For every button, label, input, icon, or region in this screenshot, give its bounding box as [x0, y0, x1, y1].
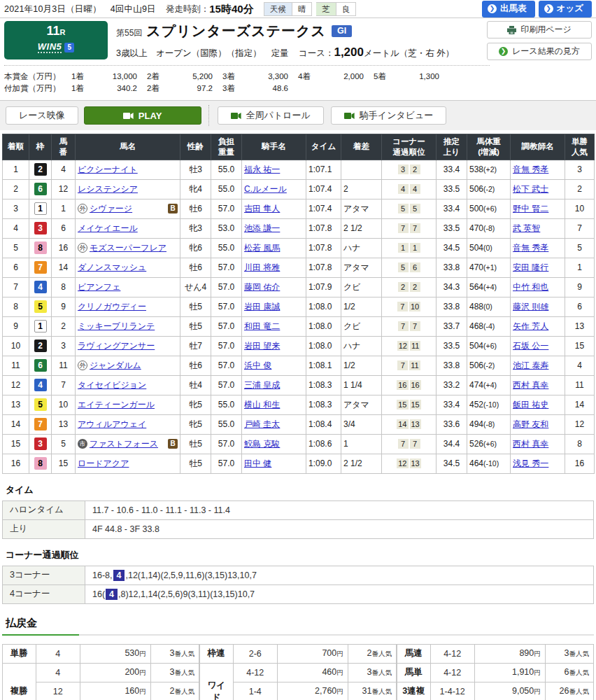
- corner-position: 10: [409, 302, 420, 312]
- frame-number: 1: [34, 202, 47, 215]
- payout-combination: 4-12: [430, 644, 474, 663]
- horse-number: 5: [52, 434, 76, 454]
- last-3f-time: 33.6: [437, 414, 467, 434]
- play-button[interactable]: PLAY: [84, 106, 201, 125]
- horse-name-link[interactable]: ファストフォース: [90, 438, 158, 450]
- jockey-interview-button[interactable]: 騎手インタビュー: [331, 106, 447, 125]
- odds-button[interactable]: ❯ オッズ: [539, 1, 592, 18]
- print-page-button[interactable]: 印刷用ページ: [487, 21, 592, 38]
- jockey-name-link[interactable]: 藤岡 佑介: [244, 282, 280, 292]
- racecard-button[interactable]: ❯ 出馬表: [482, 1, 535, 18]
- horse-name-link[interactable]: メイケイエール: [78, 223, 138, 234]
- jockey-name-link[interactable]: 岩田 望来: [244, 341, 280, 351]
- horse-name-link[interactable]: タイセイビジョン: [78, 379, 146, 391]
- horse-name-link[interactable]: ダノンスマッシュ: [78, 262, 146, 274]
- jockey-name-link[interactable]: 浜中 俊: [244, 360, 271, 370]
- trainer-name-link[interactable]: 西村 真幸: [513, 439, 548, 449]
- trainer-cell: 野中 賢二: [511, 199, 565, 218]
- frame-cell: 7: [29, 414, 52, 434]
- carried-weight: 55.0: [211, 395, 242, 414]
- trainer-name-link[interactable]: 武 英智: [513, 223, 540, 233]
- jockey-cell: C.ルメール: [242, 179, 306, 199]
- horse-name-link[interactable]: クリノガウディー: [78, 301, 146, 313]
- race-video-button[interactable]: レース映像: [6, 106, 78, 125]
- payout-amount-value: 200: [125, 667, 139, 677]
- trainer-name-link[interactable]: 池江 泰寿: [513, 360, 548, 370]
- payout-amount: 700円: [277, 644, 348, 663]
- jockey-name-link[interactable]: 吉田 隼人: [244, 204, 280, 214]
- payout-amount-value: 530: [125, 648, 139, 658]
- corner-positions: 22: [382, 277, 437, 297]
- horse-name-link[interactable]: シヴァージ: [90, 203, 132, 215]
- horse-name-link[interactable]: レシステンシア: [78, 183, 138, 195]
- carried-weight: 57.0: [211, 375, 242, 395]
- horse-number: 10: [52, 395, 76, 414]
- jockey-interview-label: 騎手インタビュー: [360, 109, 434, 122]
- jockey-name-link[interactable]: 池添 謙一: [244, 223, 280, 233]
- trainer-name-link[interactable]: 飯田 祐史: [513, 400, 548, 410]
- horse-name-link[interactable]: ロードアクア: [78, 458, 129, 470]
- jockey-name-link[interactable]: 福永 祐一: [244, 164, 280, 174]
- trainer-name-link[interactable]: 矢作 芳人: [513, 321, 548, 331]
- jockey-name-link[interactable]: 岩田 康誠: [244, 302, 280, 312]
- trainer-name-link[interactable]: 松下 武士: [513, 184, 548, 194]
- breeding-mark: 外: [78, 360, 87, 370]
- horse-name-link[interactable]: エイティーンガール: [78, 399, 155, 411]
- carried-weight: 55.0: [211, 238, 242, 258]
- corner-position: 2: [410, 282, 420, 292]
- frame-cell: 5: [29, 395, 52, 414]
- horse-name-cell: アウィルアウェイ: [76, 414, 180, 434]
- jockey-name-link[interactable]: 田中 健: [244, 458, 271, 468]
- results-column-header: 着順: [3, 134, 29, 160]
- trainer-cell: 西村 真幸: [511, 434, 565, 454]
- jockey-name-link[interactable]: 松若 風馬: [244, 243, 280, 253]
- jockey-name-link[interactable]: 川田 将雅: [244, 262, 280, 272]
- corner-position: 7: [410, 321, 420, 331]
- carried-weight: 57.0: [211, 316, 242, 336]
- trainer-name-link[interactable]: 音無 秀孝: [513, 243, 548, 253]
- trainer-cell: 音無 秀孝: [511, 238, 565, 258]
- jockey-name-link[interactable]: 戸崎 圭太: [244, 419, 280, 429]
- trainer-name-link[interactable]: 高野 友和: [513, 419, 548, 429]
- corner-position: 3: [398, 164, 409, 174]
- jockey-name-link[interactable]: 横山 和生: [244, 400, 280, 410]
- jockey-name-link[interactable]: 和田 竜二: [244, 321, 280, 331]
- trainer-name-link[interactable]: 安田 隆行: [513, 262, 548, 272]
- corner-positions: 55: [382, 199, 437, 218]
- horse-name-wrap: クリノガウディー: [78, 301, 178, 313]
- corner-position: 14: [397, 419, 408, 429]
- horse-name-link[interactable]: ピクシーナイト: [78, 164, 138, 176]
- jockey-cell: 川田 将雅: [242, 258, 306, 277]
- result-guide-button[interactable]: ❯ レース結果の見方: [487, 43, 592, 60]
- body-weight: 488(0): [467, 297, 511, 316]
- jockey-name-link[interactable]: 鮫島 克駿: [244, 439, 280, 449]
- trainer-name-link[interactable]: 西村 真幸: [513, 380, 548, 390]
- trainer-name-link[interactable]: 藤沢 則雄: [513, 302, 548, 312]
- trainer-name-link[interactable]: 中竹 和也: [513, 282, 548, 292]
- trainer-name-link[interactable]: 野中 賢二: [513, 204, 548, 214]
- trainer-name-link[interactable]: 石坂 公一: [513, 341, 548, 351]
- margin: 2 1/2: [341, 218, 382, 238]
- horse-name-link[interactable]: ミッキーブリランテ: [78, 321, 155, 332]
- horse-name-link[interactable]: ジャンダルム: [90, 360, 141, 372]
- horse-name-cell: 外ジャンダルム: [76, 356, 180, 375]
- payout-combination: 4-12: [430, 663, 474, 682]
- time-table: ハロンタイム11.7 - 10.6 - 11.0 - 11.1 - 11.3 -…: [2, 500, 594, 539]
- patrol-video-button[interactable]: 全周パトロール: [218, 106, 324, 125]
- finish-time: 1:07.8: [306, 218, 341, 238]
- horse-name-link[interactable]: アウィルアウェイ: [78, 419, 146, 430]
- horse-name-link[interactable]: ビアンフェ: [78, 281, 120, 293]
- corner-positions: 711: [382, 356, 437, 375]
- corner-position: 7: [398, 321, 409, 331]
- trainer-name-link[interactable]: 音無 秀孝: [513, 164, 548, 174]
- margin: 3/4: [341, 414, 382, 434]
- jockey-name-link[interactable]: C.ルメール: [244, 184, 287, 194]
- table-row: 748ビアンフェせん457.0藤岡 佑介1:07.9クビ2234.3564(+4…: [3, 277, 595, 297]
- trainer-name-link[interactable]: 浅見 秀一: [513, 458, 548, 468]
- body-weight: 504(0): [467, 238, 511, 258]
- table-row: 14713アウィルアウェイ牝555.0戸崎 圭太1:08.43/4141333.…: [3, 414, 595, 434]
- horse-name-link[interactable]: ラヴィングアンサー: [78, 340, 155, 352]
- jockey-name-link[interactable]: 三浦 皇成: [244, 380, 280, 390]
- horse-name-link[interactable]: モズスーパーフレア: [90, 242, 166, 254]
- body-weight: 506(-2): [467, 356, 511, 375]
